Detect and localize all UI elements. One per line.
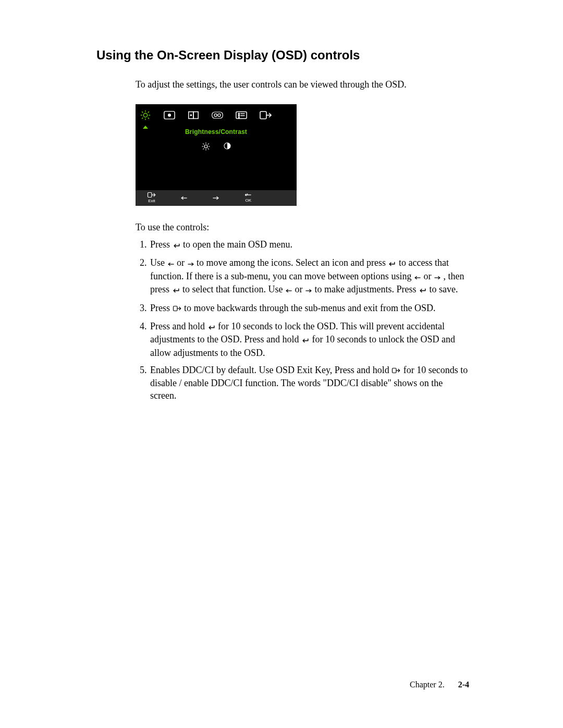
osd-left-button — [168, 195, 200, 201]
right-arrow-icon — [434, 272, 441, 283]
svg-point-14 — [218, 114, 221, 116]
right-arrow-icon — [187, 258, 194, 270]
right-arrow-icon — [305, 285, 312, 297]
svg-point-16 — [238, 113, 239, 114]
svg-line-5 — [142, 112, 143, 113]
svg-point-24 — [204, 145, 207, 148]
position-icon — [163, 110, 176, 120]
step-4: Press and hold for 10 seconds to lock th… — [149, 320, 469, 359]
svg-rect-34 — [148, 192, 152, 197]
section-title: Using the On-Screen Display (OSD) contro… — [96, 47, 469, 63]
enter-icon — [388, 258, 396, 270]
osd-screenshot: Brightness/Contrast — [136, 104, 297, 206]
enter-icon — [172, 285, 180, 297]
svg-line-30 — [207, 148, 209, 149]
left-arrow-icon — [285, 285, 292, 297]
page-footer: Chapter 2. 2-4 — [410, 680, 469, 690]
svg-point-18 — [238, 115, 239, 116]
svg-line-7 — [142, 117, 143, 118]
image-setup-icon — [187, 110, 200, 120]
svg-point-11 — [190, 114, 192, 116]
svg-line-29 — [203, 143, 204, 144]
footer-page-number: 2-4 — [458, 680, 469, 689]
contrast-icon — [223, 142, 231, 151]
svg-line-31 — [203, 148, 204, 149]
step-3: Press to move backwards through the sub-… — [149, 302, 469, 315]
enter-icon — [301, 335, 310, 347]
enter-icon — [207, 322, 216, 334]
svg-point-10 — [168, 114, 171, 116]
osd-exit-label: Exit — [148, 199, 155, 204]
brightness-icon — [201, 142, 211, 151]
enter-icon — [419, 285, 427, 297]
svg-point-0 — [143, 113, 147, 117]
osd-exit-button: Exit — [136, 192, 168, 204]
svg-rect-12 — [212, 112, 223, 118]
steps-list: Press to open the main OSD menu. Use or … — [136, 239, 469, 402]
osd-tab-label: Brightness/Contrast — [136, 128, 297, 137]
exit-icon — [391, 365, 401, 377]
svg-line-8 — [148, 112, 149, 113]
osd-ok-label: OK — [246, 198, 252, 203]
svg-rect-21 — [260, 112, 266, 119]
svg-line-6 — [148, 117, 149, 118]
image-properties-icon — [211, 110, 224, 120]
svg-point-13 — [214, 114, 217, 116]
osd-right-button — [200, 195, 232, 201]
intro-paragraph: To adjust the settings, the user control… — [136, 79, 469, 91]
footer-chapter: Chapter 2. — [410, 680, 445, 689]
exit-group-icon — [259, 110, 272, 120]
svg-point-20 — [238, 117, 239, 118]
enter-icon — [173, 240, 181, 252]
left-arrow-icon — [167, 258, 175, 270]
svg-rect-15 — [236, 112, 247, 118]
svg-line-32 — [207, 143, 209, 144]
options-icon — [235, 110, 248, 120]
controls-lead: To use the controls: — [136, 221, 469, 233]
brightness-group-icon — [139, 109, 152, 121]
step-2: Use or to move among the icons. Select a… — [149, 257, 469, 297]
osd-bottom-bar: Exit OK — [136, 190, 297, 206]
left-arrow-icon — [414, 272, 421, 283]
step-5: Enables DDC/CI by default. Use OSD Exit … — [149, 364, 469, 402]
exit-icon — [173, 303, 182, 315]
step-1: Press to open the main OSD menu. — [149, 239, 469, 252]
osd-ok-button: OK — [232, 192, 264, 203]
svg-rect-47 — [393, 368, 397, 373]
svg-rect-45 — [173, 306, 177, 311]
